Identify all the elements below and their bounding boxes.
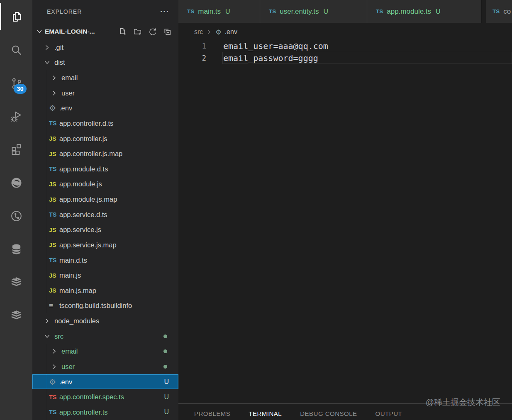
git-untracked-badge: U (225, 8, 230, 15)
tree-item[interactable]: JSmain.js.map (32, 283, 178, 298)
tree-item[interactable]: JSapp.controller.js.map (32, 146, 178, 161)
tree-item-src[interactable]: src (32, 329, 178, 344)
tree-item-git[interactable]: .git (32, 40, 178, 55)
activity-item-run-debug[interactable] (0, 100, 32, 133)
activity-item-database[interactable] (0, 232, 32, 266)
git-untracked-badge: U (164, 393, 169, 401)
tree-item-src-env-selected[interactable]: ⚙.envU (32, 374, 178, 390)
code-line[interactable]: 1 email_user=aaa@qq.com (178, 40, 512, 52)
tree-item[interactable]: JSapp.service.js (32, 222, 178, 238)
run-debug-icon (10, 110, 23, 123)
javascript-icon: JS (49, 181, 59, 188)
explorer-sidebar: EXPLORER ··· EMAIL-LOGIN-... .git dist e… (32, 0, 178, 420)
tree-item-src-user[interactable]: user (32, 359, 178, 374)
chevron-down-icon (44, 59, 51, 66)
typescript-icon: TS (187, 8, 194, 15)
files-icon (10, 10, 23, 23)
tree-item-src-email[interactable]: email (32, 344, 178, 359)
activity-item-redis-2[interactable] (0, 299, 32, 332)
tree-item[interactable]: TSapp.controller.d.ts (32, 116, 178, 131)
git-graph-icon (10, 210, 23, 222)
source-control-badge: 30 (14, 84, 27, 94)
panel-tab-debug-console[interactable]: DEBUG CONSOLE (300, 410, 357, 420)
tree-item[interactable]: TSapp.service.d.ts (32, 207, 178, 222)
javascript-icon: JS (49, 135, 59, 142)
tree-item[interactable]: ≡tsconfig.build.tsbuildinfo (32, 298, 178, 314)
tree-item-dist-env[interactable]: ⚙.env (32, 101, 178, 116)
database-icon (10, 243, 23, 256)
edge-browser-icon (10, 176, 23, 189)
git-modified-dot (163, 335, 167, 338)
git-untracked-badge: U (323, 8, 328, 15)
chevron-right-icon (206, 29, 212, 35)
git-modified-dot (163, 349, 167, 353)
new-folder-button[interactable] (133, 27, 142, 36)
tree-item[interactable]: JSapp.module.js.map (32, 192, 178, 207)
tree-item[interactable]: TSmain.d.ts (32, 253, 178, 268)
activity-item-git-graph[interactable] (0, 199, 32, 232)
tree-item[interactable]: JSapp.controller.js (32, 131, 178, 147)
activity-item-search[interactable] (0, 33, 32, 66)
javascript-icon: JS (49, 242, 59, 248)
tree-item-controller[interactable]: TSapp.controller.tsU (32, 405, 178, 420)
tab-user-entity-ts[interactable]: TS user.entity.ts U (260, 0, 367, 23)
activity-item-source-control[interactable]: 30 (0, 66, 32, 100)
tree-item[interactable]: JSmain.js (32, 268, 178, 283)
tree-item-dist[interactable]: dist (32, 55, 178, 71)
code-line-current[interactable]: 2 email_password=gggg (178, 52, 512, 64)
breadcrumb-folder[interactable]: src (194, 28, 203, 36)
typescript-icon: TS (49, 211, 59, 218)
gear-icon: ⚙ (49, 104, 59, 112)
project-name: EMAIL-LOGIN-... (45, 28, 118, 35)
activity-item-redis[interactable] (0, 266, 32, 299)
line-text: email_user=aaa@qq.com (223, 41, 328, 51)
javascript-icon: JS (49, 287, 59, 294)
refresh-button[interactable] (148, 27, 157, 36)
new-file-button[interactable] (118, 27, 127, 36)
chevron-right-icon (44, 317, 51, 325)
tree-item[interactable]: JSapp.module.js (32, 177, 178, 192)
tree-item-spec[interactable]: TSapp.controller.spec.tsU (32, 389, 178, 405)
activity-item-explorer[interactable] (0, 0, 32, 33)
chevron-right-icon (44, 44, 51, 51)
collapse-all-button[interactable] (163, 27, 172, 36)
chevron-down-icon (36, 28, 43, 35)
more-actions-icon[interactable]: ··· (160, 10, 169, 14)
typescript-icon: TS (269, 8, 276, 15)
typescript-icon: TS (49, 257, 59, 264)
activity-bar: 30 (0, 0, 32, 420)
line-number: 1 (178, 42, 206, 50)
panel-tab-terminal[interactable]: TERMINAL (249, 410, 282, 420)
vscode-window: 30 EXPLORER ··· EMAIL-LOGIN-... .git (0, 0, 512, 420)
activity-item-extensions[interactable] (0, 133, 32, 166)
tree-item[interactable]: TSapp.module.d.ts (32, 161, 178, 177)
tab-main-ts[interactable]: TS main.ts U (178, 0, 260, 23)
tree-item-node-modules[interactable]: node_modules (32, 313, 178, 329)
tab-gap (482, 0, 486, 23)
activity-item-edge-browser[interactable] (0, 166, 32, 199)
typescript-icon: TS (49, 409, 59, 415)
javascript-icon: JS (49, 196, 59, 203)
explorer-title: EXPLORER (47, 8, 160, 15)
tree-item-dist-email[interactable]: email (32, 70, 178, 85)
tab-app-module-ts[interactable]: TS app.module.ts U (367, 0, 482, 23)
typescript-icon: TS (492, 8, 500, 15)
panel-tab-output[interactable]: OUTPUT (375, 410, 402, 420)
redis-icon (10, 276, 23, 289)
breadcrumb: src ⚙ .env (178, 23, 512, 37)
git-untracked-badge: U (436, 8, 441, 15)
tab-truncated[interactable]: TS co (486, 0, 512, 23)
explorer-header: EXPLORER ··· (32, 0, 178, 23)
chevron-right-icon (51, 363, 58, 370)
javascript-icon: JS (49, 272, 59, 279)
line-text: email_password=gggg (223, 53, 318, 63)
code-editor[interactable]: 1 email_user=aaa@qq.com 2 email_password… (178, 37, 512, 64)
project-header[interactable]: EMAIL-LOGIN-... (32, 23, 178, 40)
tree-item[interactable]: JSapp.service.js.map (32, 237, 178, 253)
git-untracked-badge: U (164, 408, 169, 416)
git-modified-dot (163, 365, 167, 369)
breadcrumb-file[interactable]: .env (225, 28, 237, 36)
panel-tab-problems[interactable]: PROBLEMS (194, 410, 230, 420)
typescript-spec-icon: TS (49, 394, 59, 400)
tree-item-dist-user[interactable]: user (32, 85, 178, 101)
